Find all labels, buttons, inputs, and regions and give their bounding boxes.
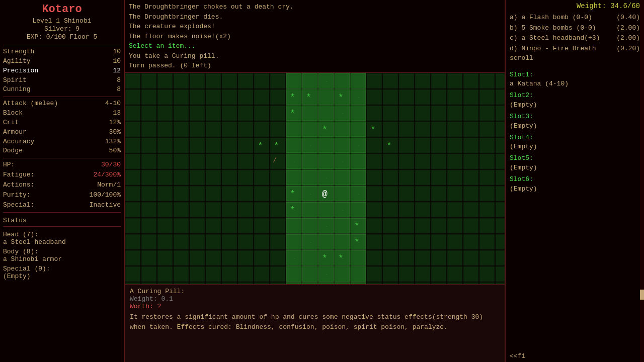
slots-section: Slot1: a Katana (4-10) Slot2: (Empty) Sl…: [510, 70, 640, 196]
msg-2: The Droughtbringer dies.: [129, 12, 501, 22]
stat-block-label: Block: [3, 109, 23, 118]
stat-crit-val: 12%: [109, 118, 121, 128]
hp-row: HP: 30/30: [3, 160, 121, 170]
purity-label: Purity:: [3, 191, 31, 200]
slot5-value: (Empty): [510, 164, 640, 172]
character-exp: EXP: 0/100 Floor 5: [3, 33, 121, 41]
status-label: Status: [3, 217, 27, 224]
combat-stats: Attack (melee) 4-10 Block 13 Crit 12% Ar…: [3, 99, 121, 156]
equip-body-label: Body (8):: [3, 248, 38, 255]
special-row: Special: Inactive: [3, 201, 121, 210]
inv-item-d-weight: (0.20): [616, 44, 640, 63]
stat-accuracy: Accuracy 132%: [3, 137, 121, 147]
equip-special-item: (Empty): [3, 273, 121, 280]
stat-crit-label: Crit: [3, 118, 19, 128]
center-panel: The Droughtbringer chokes out a death cr…: [125, 0, 506, 362]
stat-armour-val: 30%: [109, 128, 121, 137]
stat-attack: Attack (melee) 4-10: [3, 99, 121, 109]
item-worth: Worth: ?: [130, 303, 500, 310]
hp-label: HP:: [3, 160, 15, 170]
character-name: Kotaro: [3, 3, 121, 16]
stat-accuracy-label: Accuracy: [3, 137, 34, 147]
message-log: The Droughtbringer chokes out a death cr…: [125, 0, 505, 73]
divider-stats: [3, 45, 121, 45]
fatigue-label: Fatigue:: [3, 170, 34, 180]
inv-item-b[interactable]: b) 5 Smoke bombs (0-0) (2.00): [510, 23, 640, 33]
slot3-label: Slot3:: [510, 112, 640, 122]
stat-precision: Precision 12: [3, 66, 121, 76]
actions-value: Norm/1: [97, 180, 121, 190]
left-panel: Kotaro Level 1 Shinobi Silver: 9 EXP: 0/…: [0, 0, 125, 362]
special-value: Inactive: [90, 201, 121, 210]
inv-item-c[interactable]: c) a Steel headband(+3) (2.00): [510, 33, 640, 43]
equipment-section: Head (7): a Steel headband Body (8): a S…: [3, 231, 121, 280]
right-panel: Weight: 34.6/60 a) a Flash bomb (0-0) (0…: [506, 0, 644, 362]
special-label: Special:: [3, 201, 34, 210]
fatigue-value: 24/300%: [93, 170, 121, 180]
msg-5: Select an item...: [129, 41, 501, 51]
game-area[interactable]: [125, 73, 505, 284]
stat-attack-label: Attack (melee): [3, 99, 58, 109]
inv-item-a-name: a) a Flash bomb (0-0): [510, 13, 592, 23]
character-class: Level 1 Shinobi: [3, 17, 121, 25]
divider-status: [3, 212, 121, 213]
inv-item-c-name: c) a Steel headband(+3): [510, 33, 600, 43]
inv-item-d[interactable]: d) Ninpo - Fire Breath scroll (0.20): [510, 44, 640, 63]
equip-head-label: Head (7):: [3, 231, 38, 238]
stat-dodge: Dodge 50%: [3, 146, 121, 156]
stat-spirit: Spirit 8: [3, 76, 121, 85]
stat-spirit-label: Spirit: [3, 76, 27, 85]
actions-row: Actions: Norm/1: [3, 180, 121, 190]
stat-armour: Armour 30%: [3, 128, 121, 137]
inv-item-a-weight: (0.40): [616, 13, 640, 23]
status-section: Status: [3, 217, 121, 224]
inv-item-d-name: d) Ninpo - Fire Breath scroll: [510, 44, 616, 63]
stat-precision-val: 12: [113, 66, 121, 76]
divider-equip: [3, 226, 121, 227]
msg-1: The Droughtbringer chokes out a death cr…: [129, 2, 501, 12]
actions-label: Actions:: [3, 180, 34, 190]
stat-block: Block 13: [3, 109, 121, 118]
inv-item-a[interactable]: a) a Flash bomb (0-0) (0.40): [510, 13, 640, 23]
msg-4: The floor makes noise!(x2): [129, 32, 501, 42]
stat-precision-label: Precision: [3, 66, 38, 76]
msg-6: You take a Curing pill.: [129, 51, 501, 61]
stat-armour-label: Armour: [3, 128, 27, 137]
stat-crit: Crit 12%: [3, 118, 121, 128]
equip-head-item: a Steel headband: [3, 238, 121, 246]
slot4-label: Slot4:: [510, 133, 640, 143]
stat-agility-label: Agility: [3, 57, 31, 66]
purity-row: Purity: 100/100%: [3, 191, 121, 200]
nav-arrow[interactable]: <<f1: [510, 352, 640, 360]
item-desc-text: It restores a significant amount of hp a…: [130, 312, 500, 332]
stat-cunning: Cunning 8: [3, 85, 121, 95]
slot3-value: (Empty): [510, 122, 640, 131]
equip-special-slot: Special (9):: [3, 265, 121, 273]
item-description: A Curing Pill: Weight: 0.1 Worth: ? It r…: [125, 284, 505, 362]
stat-cunning-label: Cunning: [3, 85, 31, 95]
equip-special-label: Special (9):: [3, 265, 50, 273]
slot6-value: (Empty): [510, 185, 640, 194]
slot2-label: Slot2:: [510, 90, 640, 101]
slot2-value: (Empty): [510, 101, 640, 110]
item-weight: Weight: 0.1: [130, 295, 500, 303]
slot4-value: (Empty): [510, 143, 640, 151]
equip-head-slot: Head (7):: [3, 231, 121, 238]
fatigue-row: Fatigue: 24/300%: [3, 170, 121, 180]
stat-accuracy-val: 132%: [105, 137, 121, 147]
equip-body-slot: Body (8):: [3, 248, 121, 255]
slot1-label: Slot1:: [510, 70, 640, 80]
stat-attack-val: 4-10: [105, 99, 121, 109]
slot6-label: Slot6:: [510, 174, 640, 185]
stat-dodge-label: Dodge: [3, 146, 23, 156]
inv-item-c-weight: (2.00): [616, 33, 640, 43]
msg-7: Turn passed. (0 left): [129, 61, 501, 71]
item-title: A Curing Pill:: [130, 288, 500, 295]
stat-spirit-val: 8: [117, 76, 121, 85]
slot1-value: a Katana (4-10): [510, 80, 640, 88]
stat-dodge-val: 50%: [109, 146, 121, 156]
weight-header: Weight: 34.6/60: [510, 2, 640, 10]
stat-strength-val: 10: [113, 47, 121, 57]
inv-item-b-name: b) 5 Smoke bombs (0-0): [510, 23, 596, 33]
hp-value: 30/30: [101, 160, 121, 170]
